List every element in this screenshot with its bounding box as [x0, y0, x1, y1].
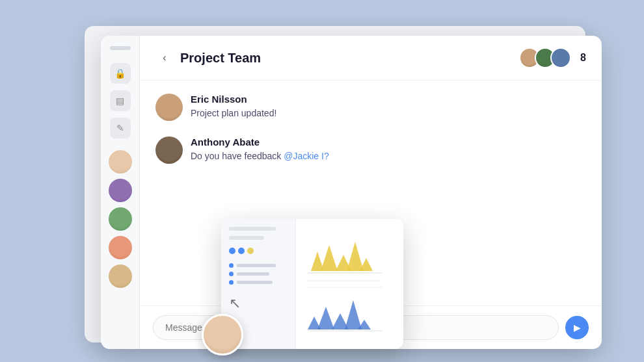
member-avatar-3[interactable] [550, 47, 571, 68]
member-avatars [519, 47, 571, 68]
svg-marker-11 [345, 300, 362, 330]
doc-item-row-2 [229, 272, 288, 276]
sidebar-bar [110, 46, 131, 50]
sidebar-avatar-1[interactable] [109, 150, 132, 174]
message-text-2: Do you have feedback @Jackie I? [191, 149, 586, 163]
sidebar-avatar-4[interactable] [109, 236, 132, 259]
item-line-3 [237, 281, 273, 284]
doc-item-row-3 [229, 280, 288, 285]
mention-link[interactable]: @Jackie I? [284, 151, 329, 161]
item-line-2 [237, 272, 269, 276]
sender-name-1: Eric Nilsson [191, 94, 586, 105]
sidebar: 🔒 ▤ ✎ [101, 36, 140, 349]
item-line-1 [237, 264, 276, 267]
item-dot-3 [229, 280, 234, 285]
doc-dots [229, 248, 288, 254]
sidebar-avatar-2[interactable] [109, 179, 132, 202]
sidebar-avatar-5[interactable] [109, 265, 132, 288]
floating-document-card: ↖ [221, 219, 403, 349]
eric-avatar [155, 94, 183, 121]
header-right: 8 [519, 47, 586, 68]
message-content-2: Anthony Abate Do you have feedback @Jack… [191, 136, 586, 163]
floating-avatar [202, 314, 243, 356]
chart-svg [304, 232, 396, 336]
doc-line-1 [229, 227, 276, 231]
message-content-1: Eric Nilsson Project plan updated! [191, 94, 586, 120]
send-button[interactable]: ▶ [565, 316, 589, 339]
sidebar-list-icon[interactable]: ▤ [110, 90, 131, 111]
mountain-chart-top [308, 242, 382, 287]
dot-blue-1 [229, 248, 235, 254]
chat-header: ‹ Project Team 8 [140, 36, 602, 81]
anthony-avatar [155, 136, 183, 164]
item-dot-2 [229, 272, 234, 276]
sender-name-2: Anthony Abate [191, 136, 586, 148]
sidebar-lock-icon[interactable]: 🔒 [110, 63, 131, 84]
cursor-icon: ↖ [229, 295, 288, 312]
svg-marker-1 [321, 245, 338, 271]
channel-title: Project Team [180, 51, 261, 66]
doc-item-row-1 [229, 263, 288, 268]
mountain-chart-bottom [308, 300, 382, 331]
svg-marker-3 [347, 242, 364, 271]
message-item: Eric Nilsson Project plan updated! [155, 94, 586, 121]
header-left: ‹ Project Team [155, 49, 261, 67]
doc-chart-panel [296, 219, 403, 349]
member-count: 8 [580, 52, 586, 64]
sidebar-edit-icon[interactable]: ✎ [110, 118, 131, 138]
doc-items [229, 263, 288, 285]
dot-blue-2 [238, 248, 245, 254]
sidebar-avatar-3[interactable] [109, 207, 132, 231]
item-dot-1 [229, 263, 234, 268]
back-button[interactable]: ‹ [155, 49, 174, 67]
doc-line-2 [229, 236, 264, 240]
dot-yellow [247, 248, 254, 254]
message-text-1: Project plan updated! [191, 107, 586, 120]
message-item: Anthony Abate Do you have feedback @Jack… [155, 136, 586, 164]
svg-marker-9 [317, 307, 334, 330]
